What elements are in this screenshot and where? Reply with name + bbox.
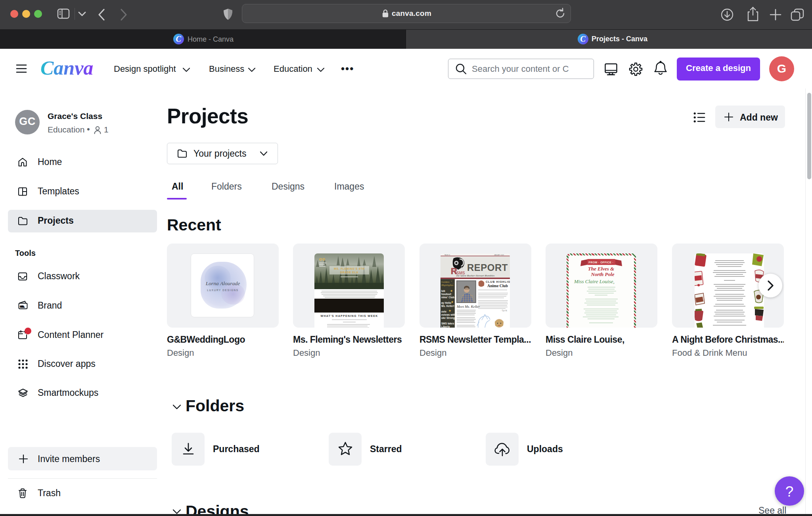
svg-text:co.: co. [20, 305, 25, 308]
svg-text:nime' Club: nime' Club [441, 296, 454, 299]
svg-text:Ms. Keller!: Ms. Keller! [441, 305, 454, 307]
svg-text:★: ★ [448, 309, 451, 313]
svg-text:Golden: Golden [441, 280, 450, 284]
svg-text:eviews with: eviews with [441, 313, 456, 316]
svg-text:★: ★ [450, 289, 453, 293]
svg-text:PAGE 01: PAGE 01 [444, 254, 450, 256]
svg-text:Meet Ms. Keller: Meet Ms. Keller [456, 305, 480, 309]
svg-text:the latest Rucker-Stewart Rumb: the latest Rucker-Stewart Rumbles [456, 274, 495, 277]
svg-text:MS. FLEMING'S 6TH: MS. FLEMING'S 6TH [334, 267, 365, 270]
svg-text:houtout:: houtout: [441, 293, 452, 295]
svg-text:SMS takes: SMS takes [441, 322, 454, 325]
svg-text:FROM · OFFICE ·: FROM · OFFICE · [589, 261, 614, 264]
svg-text:OO: OO [319, 257, 326, 261]
svg-text:ovie: ovie [441, 310, 446, 313]
svg-text:Highlights:: Highlights: [441, 284, 454, 287]
svg-text:GRADE ELA: GRADE ELA [340, 271, 358, 274]
svg-text:ay Hello: ay Hello [441, 301, 451, 305]
svg-text:Liberty: Liberty [441, 325, 450, 328]
svg-text:- Tjor M.: - Tjor M. [501, 310, 508, 312]
svg-text:JANUARY 2023: JANUARY 2023 [494, 254, 504, 256]
svg-text:WHAT'S HAPPENING THIS WEEK: WHAT'S HAPPENING THIS WEEK [320, 315, 378, 317]
svg-text:North Pole: North Pole [591, 271, 615, 277]
svg-text:★: ★ [451, 300, 454, 304]
svg-text:Miss Claire Louise,: Miss Claire Louise, [574, 278, 615, 284]
svg-text:CLUB HIGHLIGHT: CLUB HIGHLIGHT [486, 280, 510, 283]
svg-text:Anime Club: Anime Club [487, 284, 508, 288]
svg-text:The Elves &: The Elves & [588, 266, 614, 272]
svg-text:Canva: Canva [40, 57, 93, 79]
svg-text:REPORT: REPORT [467, 262, 508, 273]
svg-text:uke Strong!: uke Strong! [441, 317, 456, 320]
svg-text:lub: lub [441, 290, 445, 292]
